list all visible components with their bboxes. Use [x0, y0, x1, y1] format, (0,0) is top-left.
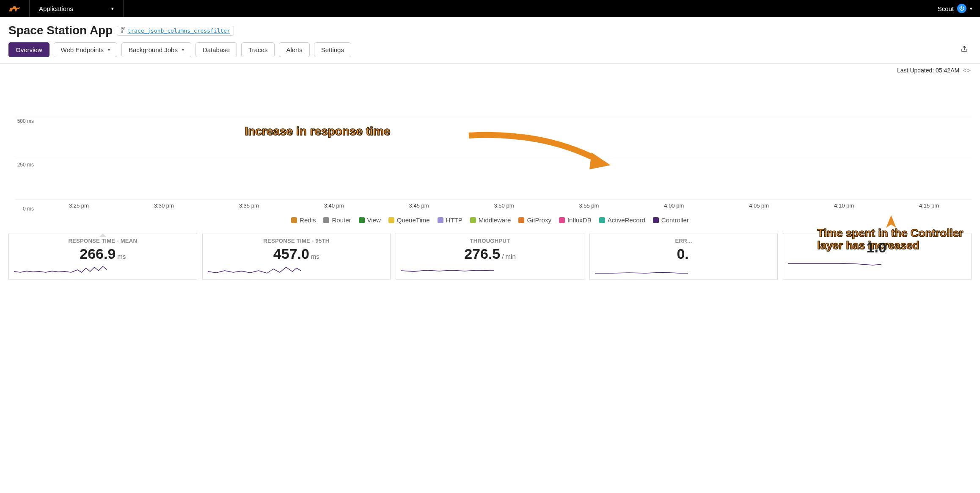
svg-point-0 — [121, 28, 123, 29]
legend-swatch — [438, 217, 443, 223]
card-errors[interactable]: ERR... 0. — [589, 233, 778, 280]
applications-menu-label: Applications — [39, 5, 73, 12]
topbar: Applications ▾ Scout ▾ — [0, 0, 980, 17]
legend-item-controller[interactable]: Controller — [653, 216, 689, 224]
dog-icon — [8, 4, 22, 13]
card-value: 0. — [677, 246, 688, 262]
chart-x-axis: 3:25 pm3:30 pm3:35 pm3:40 pm3:45 pm3:50 … — [36, 202, 972, 209]
brand-logo[interactable] — [0, 0, 30, 17]
legend-swatch — [359, 217, 365, 223]
x-tick: 3:55 pm — [546, 202, 631, 209]
card-unit: ms — [311, 253, 319, 260]
tab-traces[interactable]: Traces — [241, 42, 275, 57]
legend-label: Middleware — [479, 216, 511, 224]
card-unit: / min — [502, 253, 516, 260]
legend-label: Router — [332, 216, 351, 224]
legend-item-http[interactable]: HTTP — [438, 216, 462, 224]
tab-alerts[interactable]: Alerts — [279, 42, 309, 57]
applications-menu[interactable]: Applications ▾ — [30, 0, 124, 17]
sparkline — [595, 266, 688, 275]
card-throughput[interactable]: THROUGHPUT 276.5/ min — [396, 233, 584, 280]
legend-swatch — [653, 217, 659, 223]
legend-label: ActiveRecord — [608, 216, 645, 224]
chevron-down-icon: ▾ — [111, 6, 114, 11]
legend-label: Redis — [300, 216, 316, 224]
legend-item-view[interactable]: View — [359, 216, 381, 224]
x-tick: 3:50 pm — [462, 202, 547, 209]
x-tick: 3:25 pm — [36, 202, 121, 209]
share-icon — [961, 45, 968, 53]
tab-background-jobs[interactable]: Background Jobs▾ — [121, 42, 191, 57]
tab-overview[interactable]: Overview — [8, 42, 50, 57]
tab-label: Database — [203, 46, 230, 53]
share-button[interactable] — [957, 43, 972, 56]
legend-swatch — [518, 217, 524, 223]
sparkline — [788, 259, 881, 269]
tab-settings[interactable]: Settings — [314, 42, 351, 57]
card-title: ERR... — [595, 238, 773, 244]
legend-swatch — [599, 217, 605, 223]
tab-label: Settings — [321, 46, 344, 53]
card-title: THROUGHPUT — [401, 238, 579, 244]
response-time-chart[interactable]: 0 ms250 ms500 ms 3:25 pm3:30 pm3:35 pm3:… — [15, 77, 972, 209]
x-tick: 4:05 pm — [716, 202, 801, 209]
legend-item-influxdb[interactable]: InfluxDB — [559, 216, 592, 224]
legend-item-router[interactable]: Router — [323, 216, 351, 224]
legend-item-middleware[interactable]: Middleware — [470, 216, 511, 224]
legend-swatch — [559, 217, 565, 223]
user-name-label: Scout — [938, 5, 954, 12]
x-tick: 4:10 pm — [801, 202, 886, 209]
git-branch-icon — [121, 27, 126, 34]
chevron-down-icon: ▾ — [970, 6, 972, 11]
tabs-row: Overview Web Endpoints▾ Background Jobs▾… — [8, 42, 972, 63]
branch-chip[interactable]: trace_jsonb_columns_crossfilter — [117, 26, 234, 36]
legend-label: Controller — [661, 216, 689, 224]
meta-row: Last Updated: 05:42AM <> — [0, 64, 980, 77]
x-tick: 3:40 pm — [292, 202, 377, 209]
card-value: 457.0 — [273, 246, 309, 262]
power-icon — [957, 4, 966, 13]
legend-item-queuetime[interactable]: QueueTime — [388, 216, 430, 224]
card-value: 276.5 — [464, 246, 500, 262]
x-tick: 3:35 pm — [206, 202, 292, 209]
tab-web-endpoints[interactable]: Web Endpoints▾ — [54, 42, 117, 57]
card-title: RESPONSE TIME - 95TH — [208, 238, 385, 244]
tab-database[interactable]: Database — [195, 42, 237, 57]
sparkline — [208, 266, 301, 275]
card-response-mean[interactable]: RESPONSE TIME - MEAN 266.9ms — [8, 233, 197, 280]
legend-swatch — [291, 217, 297, 223]
legend-item-gitproxy[interactable]: GitProxy — [518, 216, 551, 224]
svg-point-2 — [121, 31, 123, 33]
user-menu[interactable]: Scout ▾ — [930, 4, 980, 13]
card-value: 1.0 — [867, 239, 886, 255]
legend-swatch — [470, 217, 476, 223]
chevron-down-icon: ▾ — [108, 47, 110, 52]
last-updated-label: Last Updated: 05:42AM — [897, 67, 959, 74]
time-nav-arrows[interactable]: <> — [963, 67, 972, 74]
card-extra[interactable]: 1.0 — [783, 233, 972, 280]
legend-swatch — [388, 217, 394, 223]
app-title: Space Station App — [8, 24, 113, 37]
legend-item-activerecord[interactable]: ActiveRecord — [599, 216, 645, 224]
tab-label: Alerts — [286, 46, 302, 53]
sparkline — [401, 266, 494, 275]
page-header: Space Station App trace_jsonb_columns_cr… — [0, 17, 980, 64]
legend-label: QueueTime — [397, 216, 430, 224]
sparkline — [14, 266, 107, 275]
legend-swatch — [323, 217, 329, 223]
card-unit: ms — [117, 253, 126, 260]
legend-label: HTTP — [446, 216, 462, 224]
legend-item-redis[interactable]: Redis — [291, 216, 316, 224]
x-tick: 4:00 pm — [631, 202, 716, 209]
tab-label: Web Endpoints — [61, 46, 104, 53]
branch-link[interactable]: trace_jsonb_columns_crossfilter — [127, 28, 230, 34]
tab-label: Background Jobs — [129, 46, 178, 53]
card-response-95th[interactable]: RESPONSE TIME - 95TH 457.0ms — [202, 233, 391, 280]
legend-label: GitProxy — [527, 216, 551, 224]
x-tick: 4:15 pm — [886, 202, 972, 209]
chart-grid — [15, 77, 972, 200]
x-tick: 3:45 pm — [377, 202, 462, 209]
svg-point-1 — [124, 28, 125, 29]
tab-label: Overview — [16, 46, 42, 53]
card-value: 266.9 — [80, 246, 116, 262]
